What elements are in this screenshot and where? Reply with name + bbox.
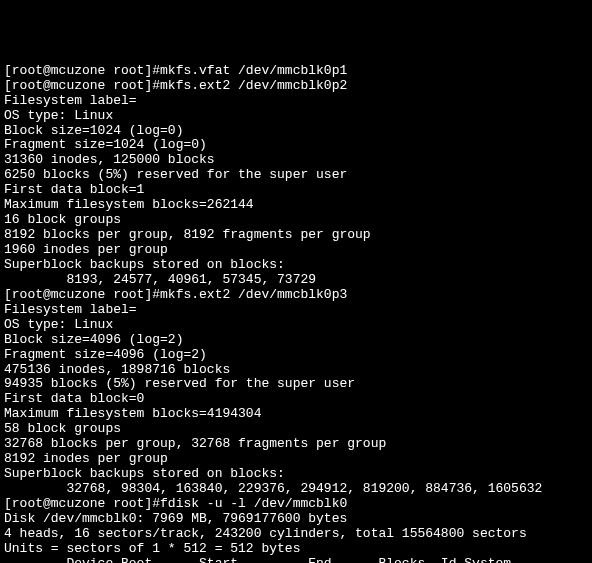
terminal-line: 8192 blocks per group, 8192 fragments pe… bbox=[4, 228, 588, 243]
terminal-line: Superblock backups stored on blocks: bbox=[4, 258, 588, 273]
terminal-line: Filesystem label= bbox=[4, 303, 588, 318]
terminal-line: First data block=0 bbox=[4, 392, 588, 407]
terminal-line: 58 block groups bbox=[4, 422, 588, 437]
terminal-line: OS type: Linux bbox=[4, 318, 588, 333]
terminal-line: 31360 inodes, 125000 blocks bbox=[4, 153, 588, 168]
terminal-line: Superblock backups stored on blocks: bbox=[4, 467, 588, 482]
terminal-output: [root@mcuzone root]#mkfs.vfat /dev/mmcbl… bbox=[4, 64, 588, 563]
terminal-line: 8192 inodes per group bbox=[4, 452, 588, 467]
terminal-line: First data block=1 bbox=[4, 183, 588, 198]
terminal-line: 6250 blocks (5%) reserved for the super … bbox=[4, 168, 588, 183]
terminal-line: Fragment size=1024 (log=0) bbox=[4, 138, 588, 153]
terminal-line: Device Boot Start End Blocks Id System bbox=[4, 557, 588, 563]
terminal-line: 1960 inodes per group bbox=[4, 243, 588, 258]
terminal-line: [root@mcuzone root]#mkfs.ext2 /dev/mmcbl… bbox=[4, 288, 588, 303]
terminal-line: [root@mcuzone root]#mkfs.vfat /dev/mmcbl… bbox=[4, 64, 588, 79]
terminal-line: Fragment size=4096 (log=2) bbox=[4, 348, 588, 363]
terminal-line: Maximum filesystem blocks=262144 bbox=[4, 198, 588, 213]
terminal-line: Filesystem label= bbox=[4, 94, 588, 109]
terminal-line: 4 heads, 16 sectors/track, 243200 cylind… bbox=[4, 527, 588, 542]
terminal-line: Disk /dev/mmcblk0: 7969 MB, 7969177600 b… bbox=[4, 512, 588, 527]
terminal-line: Block size=1024 (log=0) bbox=[4, 124, 588, 139]
terminal-line: [root@mcuzone root]#fdisk -u -l /dev/mmc… bbox=[4, 497, 588, 512]
terminal-line: 8193, 24577, 40961, 57345, 73729 bbox=[4, 273, 588, 288]
terminal-line: 32768 blocks per group, 32768 fragments … bbox=[4, 437, 588, 452]
terminal-line: Units = sectors of 1 * 512 = 512 bytes bbox=[4, 542, 588, 557]
terminal-line: 16 block groups bbox=[4, 213, 588, 228]
terminal-line: OS type: Linux bbox=[4, 109, 588, 124]
terminal-line: 94935 blocks (5%) reserved for the super… bbox=[4, 377, 588, 392]
terminal-line: Maximum filesystem blocks=4194304 bbox=[4, 407, 588, 422]
terminal-line: 32768, 98304, 163840, 229376, 294912, 81… bbox=[4, 482, 588, 497]
terminal-line: Block size=4096 (log=2) bbox=[4, 333, 588, 348]
terminal-line: [root@mcuzone root]#mkfs.ext2 /dev/mmcbl… bbox=[4, 79, 588, 94]
terminal-line: 475136 inodes, 1898716 blocks bbox=[4, 363, 588, 378]
